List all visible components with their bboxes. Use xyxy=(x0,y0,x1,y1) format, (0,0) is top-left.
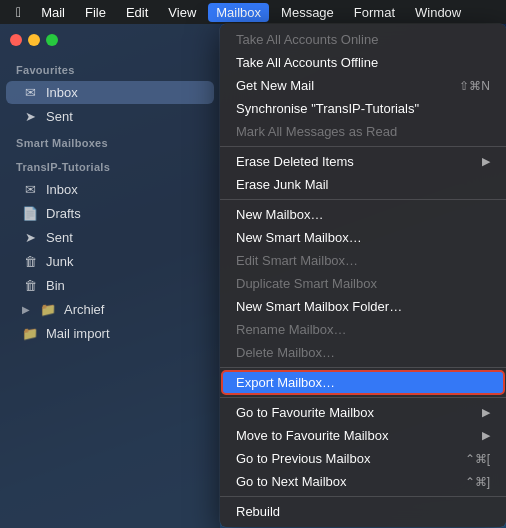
archief-label: Archief xyxy=(64,302,104,317)
mailbox-dropdown: Take All Accounts Online Take All Accoun… xyxy=(220,24,506,527)
sent-fav-label: Sent xyxy=(46,109,73,124)
traffic-lights xyxy=(10,34,58,46)
inbox-fav-label: Inbox xyxy=(46,85,78,100)
menu-edit[interactable]: Edit xyxy=(118,3,156,22)
drafts-label: Drafts xyxy=(46,206,81,221)
menu-new-smart-folder[interactable]: New Smart Mailbox Folder… xyxy=(222,295,504,318)
menu-format[interactable]: Format xyxy=(346,3,403,22)
sidebar-item-archief[interactable]: ▶ 📁 Archief xyxy=(6,298,214,321)
menu-file[interactable]: File xyxy=(77,3,114,22)
sidebar: Favourites ✉ Inbox ➤ Sent Smart Mailboxe… xyxy=(0,24,220,528)
export-mailbox-label: Export Mailbox… xyxy=(236,375,490,390)
mail-import-label: Mail import xyxy=(46,326,110,341)
new-smart-folder-label: New Smart Mailbox Folder… xyxy=(236,299,490,314)
menu-rebuild[interactable]: Rebuild xyxy=(222,500,504,523)
sent-label: Sent xyxy=(46,230,73,245)
sidebar-item-inbox-transip[interactable]: ✉ Inbox xyxy=(6,178,214,201)
inbox-icon: ✉ xyxy=(22,85,38,100)
minimize-button[interactable] xyxy=(28,34,40,46)
menu-new-smart-mailbox[interactable]: New Smart Mailbox… xyxy=(222,226,504,249)
rebuild-label: Rebuild xyxy=(236,504,490,519)
transip-label: TransIP-Tutorials xyxy=(0,153,220,177)
menu-get-new-mail[interactable]: Get New Mail ⇧⌘N xyxy=(222,74,504,97)
archief-arrow: ▶ xyxy=(22,304,30,315)
take-all-online-label: Take All Accounts Online xyxy=(236,32,490,47)
sidebar-item-mail-import[interactable]: 📁 Mail import xyxy=(6,322,214,345)
sidebar-item-drafts[interactable]: 📄 Drafts xyxy=(6,202,214,225)
get-new-mail-shortcut: ⇧⌘N xyxy=(459,79,490,93)
menu-move-to-favourite[interactable]: Move to Favourite Mailbox ▶ xyxy=(222,424,504,447)
menu-mail[interactable]: Mail xyxy=(33,3,73,22)
menu-rename-mailbox[interactable]: Rename Mailbox… xyxy=(222,318,504,341)
separator-1 xyxy=(220,146,506,147)
synchronise-label: Synchronise "TransIP-Tutorials" xyxy=(236,101,490,116)
menubar:  Mail File Edit View Mailbox Message Fo… xyxy=(0,0,506,24)
new-smart-mailbox-label: New Smart Mailbox… xyxy=(236,230,490,245)
fullscreen-button[interactable] xyxy=(46,34,58,46)
menu-window[interactable]: Window xyxy=(407,3,469,22)
take-all-offline-label: Take All Accounts Offline xyxy=(236,55,490,70)
sidebar-item-sent[interactable]: ➤ Sent xyxy=(6,226,214,249)
menu-erase-deleted[interactable]: Erase Deleted Items ▶ xyxy=(222,150,504,173)
go-to-next-label: Go to Next Mailbox xyxy=(236,474,445,489)
menu-erase-junk[interactable]: Erase Junk Mail xyxy=(222,173,504,196)
junk-label: Junk xyxy=(46,254,73,269)
menu-export-mailbox[interactable]: Export Mailbox… xyxy=(222,371,504,394)
menu-mailbox[interactable]: Mailbox xyxy=(208,3,269,22)
bin-label: Bin xyxy=(46,278,65,293)
mark-all-read-label: Mark All Messages as Read xyxy=(236,124,490,139)
smart-mailboxes-label: Smart Mailboxes xyxy=(0,129,220,153)
drafts-icon: 📄 xyxy=(22,206,38,221)
menu-delete-mailbox[interactable]: Delete Mailbox… xyxy=(222,341,504,364)
inbox-transip-label: Inbox xyxy=(46,182,78,197)
menu-view[interactable]: View xyxy=(160,3,204,22)
separator-2 xyxy=(220,199,506,200)
move-to-favourite-label: Move to Favourite Mailbox xyxy=(236,428,482,443)
apple-menu[interactable]:  xyxy=(8,4,29,20)
get-new-mail-label: Get New Mail xyxy=(236,78,439,93)
menu-take-all-offline[interactable]: Take All Accounts Offline xyxy=(222,51,504,74)
menu-duplicate-smart[interactable]: Duplicate Smart Mailbox xyxy=(222,272,504,295)
erase-deleted-label: Erase Deleted Items xyxy=(236,154,482,169)
edit-smart-mailbox-label: Edit Smart Mailbox… xyxy=(236,253,490,268)
new-mailbox-label: New Mailbox… xyxy=(236,207,490,222)
separator-5 xyxy=(220,496,506,497)
sidebar-item-bin[interactable]: 🗑 Bin xyxy=(6,274,214,297)
archief-icon: 📁 xyxy=(40,302,56,317)
go-to-next-shortcut: ⌃⌘] xyxy=(465,475,490,489)
menu-go-to-previous[interactable]: Go to Previous Mailbox ⌃⌘[ xyxy=(222,447,504,470)
go-to-previous-shortcut: ⌃⌘[ xyxy=(465,452,490,466)
menu-synchronise[interactable]: Synchronise "TransIP-Tutorials" xyxy=(222,97,504,120)
sidebar-item-junk[interactable]: 🗑 Junk xyxy=(6,250,214,273)
menu-message[interactable]: Message xyxy=(273,3,342,22)
go-to-favourite-arrow: ▶ xyxy=(482,406,490,419)
sidebar-item-sent-fav[interactable]: ➤ Sent xyxy=(6,105,214,128)
menu-go-to-next[interactable]: Go to Next Mailbox ⌃⌘] xyxy=(222,470,504,493)
move-to-favourite-arrow: ▶ xyxy=(482,429,490,442)
junk-icon: 🗑 xyxy=(22,254,38,269)
erase-deleted-arrow: ▶ xyxy=(482,155,490,168)
go-to-favourite-label: Go to Favourite Mailbox xyxy=(236,405,482,420)
menu-mark-all-read[interactable]: Mark All Messages as Read xyxy=(222,120,504,143)
erase-junk-label: Erase Junk Mail xyxy=(236,177,490,192)
close-button[interactable] xyxy=(10,34,22,46)
inbox-transip-icon: ✉ xyxy=(22,182,38,197)
separator-3 xyxy=(220,367,506,368)
menu-go-to-favourite[interactable]: Go to Favourite Mailbox ▶ xyxy=(222,401,504,424)
menu-new-mailbox[interactable]: New Mailbox… xyxy=(222,203,504,226)
bin-icon: 🗑 xyxy=(22,278,38,293)
rename-mailbox-label: Rename Mailbox… xyxy=(236,322,490,337)
sent-icon: ➤ xyxy=(22,109,38,124)
delete-mailbox-label: Delete Mailbox… xyxy=(236,345,490,360)
favourites-label: Favourites xyxy=(0,56,220,80)
sent-transip-icon: ➤ xyxy=(22,230,38,245)
sidebar-item-inbox-fav[interactable]: ✉ Inbox xyxy=(6,81,214,104)
separator-4 xyxy=(220,397,506,398)
menu-take-all-online[interactable]: Take All Accounts Online xyxy=(222,28,504,51)
mail-import-icon: 📁 xyxy=(22,326,38,341)
duplicate-smart-label: Duplicate Smart Mailbox xyxy=(236,276,490,291)
menu-edit-smart-mailbox[interactable]: Edit Smart Mailbox… xyxy=(222,249,504,272)
go-to-previous-label: Go to Previous Mailbox xyxy=(236,451,445,466)
